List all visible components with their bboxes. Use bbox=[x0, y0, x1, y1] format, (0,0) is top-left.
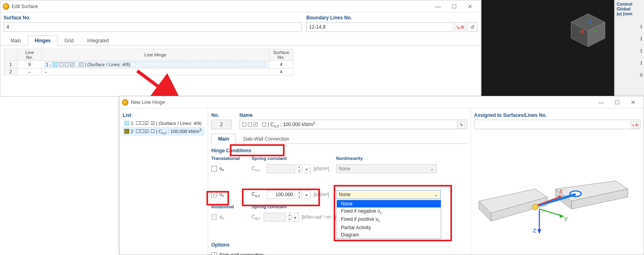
nonlinearity-dropdown[interactable]: None Fixed if negative vz Fixed if posit… bbox=[336, 200, 441, 239]
close-button[interactable]: ✕ bbox=[625, 97, 641, 108]
list-item[interactable]: 1 ☐☐☑ ☑ | (Surface / Lines: 4/9) bbox=[123, 120, 204, 127]
swatch-icon bbox=[53, 62, 58, 67]
tab-main[interactable]: Main bbox=[211, 134, 236, 144]
pick-icon: ↘✲ bbox=[456, 24, 464, 30]
checkbox-icon[interactable] bbox=[211, 166, 217, 172]
cuz-spring-input[interactable]: Cu,z 100.000 ▲▼ ▸ [kN/m²] bbox=[252, 190, 336, 199]
dropdown-option[interactable]: Fixed if negative vz bbox=[337, 207, 441, 216]
maximize-button[interactable]: ☐ bbox=[609, 97, 625, 108]
nonlinearity-uz-combo[interactable]: None⌄ None Fixed if negative vz Fixed if… bbox=[336, 190, 441, 199]
new-line-hinge-window: New Line Hinge — ☐ ✕ List 1 ☐☐☑ ☑ | (Sur… bbox=[119, 96, 644, 255]
svg-text:+X: +X bbox=[578, 29, 584, 35]
checkbox-icon[interactable]: ✓ bbox=[211, 192, 217, 197]
col-surface-no: SurfaceNo. bbox=[269, 49, 293, 61]
phix-checkbox-row[interactable]: φx bbox=[211, 212, 252, 222]
name-label: Name bbox=[239, 112, 467, 118]
maximize-button[interactable]: ☐ bbox=[446, 1, 462, 12]
swatch-icon bbox=[124, 129, 129, 134]
svg-text:Y: Y bbox=[594, 29, 597, 35]
slab-wall-checkbox[interactable]: ✓ Slab-wall connection bbox=[211, 250, 467, 255]
svg-marker-22 bbox=[537, 229, 541, 233]
nonlinearity-ux-combo: None⌄ bbox=[336, 164, 437, 173]
table-row[interactable]: 1 9 1 - ✓ ✓ | (Surface / Lines: 4/9) 4 bbox=[4, 61, 293, 68]
tab-hinges[interactable]: Hinges bbox=[28, 35, 58, 46]
dropdown-option[interactable]: Diagram bbox=[337, 231, 441, 238]
control-title: Control bbox=[617, 2, 642, 6]
assigned-label: Assigned to Surfaces/Lines No. bbox=[474, 112, 640, 118]
tab-integrated[interactable]: Integrated bbox=[80, 35, 116, 46]
app-icon bbox=[122, 99, 128, 106]
dropdown-option[interactable]: Partial Activity bbox=[337, 224, 441, 231]
window-title: Edit Surface bbox=[12, 4, 430, 9]
dropdown-option[interactable]: Fixed if positive vz bbox=[337, 216, 441, 224]
close-button[interactable]: ✕ bbox=[462, 1, 478, 12]
table-row[interactable]: 2 -- -- 4 bbox=[4, 68, 293, 75]
app-icon bbox=[3, 3, 9, 10]
tab-main[interactable]: Main bbox=[4, 35, 28, 46]
cphix-spring-input: Cφ,x ▲▼ ▸ [kNm·rad⁻¹·m⁻¹] bbox=[252, 212, 336, 222]
translational-label: Translational bbox=[211, 156, 252, 161]
spring-constant-rot-label: Spring constant bbox=[252, 204, 336, 209]
svg-point-24 bbox=[533, 204, 538, 210]
col-line-hinge: Line Hinge bbox=[42, 49, 269, 61]
list-label: List bbox=[123, 112, 204, 118]
svg-text:z: z bbox=[533, 227, 536, 234]
pick-assignment-button[interactable]: ↘✲ bbox=[631, 121, 639, 129]
nonlinearity-label: Nonlinearity bbox=[336, 156, 449, 161]
viewport-3d[interactable]: +X Y +Z bbox=[481, 0, 614, 97]
swatch-icon bbox=[124, 121, 129, 126]
assigned-panel: Assigned to Surfaces/Lines No. ↘✲ x bbox=[471, 108, 644, 255]
no-label: No. bbox=[211, 112, 231, 118]
tab-grid[interactable]: Grid bbox=[58, 35, 80, 46]
revert-button[interactable]: ↺ bbox=[467, 22, 477, 32]
revert-icon: ↺ bbox=[470, 24, 475, 30]
spring-constant-label: Spring constant bbox=[252, 156, 336, 161]
svg-text:+Z: +Z bbox=[586, 19, 592, 24]
minimize-button[interactable]: — bbox=[593, 97, 609, 108]
surface-no-input[interactable]: 4 bbox=[4, 22, 301, 32]
main-panel: No. 2 Name ✓ | Cu,z : 100.000 kN/m2 ✎ Ma… bbox=[208, 108, 471, 255]
no-input[interactable]: 2 bbox=[211, 120, 231, 129]
tab-slab-wall[interactable]: Slab-Wall Connection bbox=[236, 134, 296, 144]
tab-bar: Main Hinges Grid Integrated bbox=[0, 35, 481, 46]
control-panel: Control Global |u| [mm 1 1 1 1 0 bbox=[615, 0, 644, 97]
hinges-grid[interactable]: LineNo. Line Hinge SurfaceNo. 1 9 1 - ✓ … bbox=[4, 49, 293, 75]
list-panel: List 1 ☐☐☑ ☑ | (Surface / Lines: 4/9) 2 … bbox=[120, 108, 208, 255]
assigned-input[interactable]: ↘✲ bbox=[474, 120, 640, 129]
pick-lines-button[interactable]: ↘✲ bbox=[455, 22, 465, 32]
options-title: Options bbox=[211, 242, 467, 248]
dropdown-option[interactable]: None bbox=[337, 200, 441, 207]
svg-text:x: x bbox=[559, 187, 563, 194]
expand-button[interactable]: ▸ bbox=[304, 190, 310, 199]
minimize-button[interactable]: — bbox=[430, 1, 446, 12]
titlebar: Edit Surface — ☐ ✕ bbox=[0, 0, 481, 12]
list-item[interactable]: 2 ☐☐☑ ☐ | Cu,z : 100.000 kN/m2 bbox=[123, 127, 204, 136]
spinner-buttons[interactable]: ▲▼ bbox=[297, 190, 302, 199]
uz-checkbox-row[interactable]: ✓ uz bbox=[211, 190, 252, 199]
surface-no-label: Surface No. bbox=[4, 15, 301, 21]
svg-text:y: y bbox=[564, 215, 568, 222]
checkbox-icon bbox=[211, 214, 217, 220]
col-line-no: LineNo. bbox=[18, 49, 42, 61]
titlebar: New Line Hinge — ☐ ✕ bbox=[120, 96, 644, 108]
tab-bar: Main Slab-Wall Connection bbox=[211, 133, 467, 144]
boundary-lines-input[interactable]: 12-14,9 bbox=[306, 22, 453, 32]
edit-surface-window: Edit Surface — ☐ ✕ Surface No. 4 Boundar… bbox=[0, 0, 481, 97]
line-hinge-cell[interactable]: 1 - ✓ ✓ | (Surface / Lines: 4/9) bbox=[42, 61, 269, 68]
orientation-cube-icon[interactable]: +X Y +Z bbox=[568, 12, 608, 48]
edit-name-button[interactable]: ✎ bbox=[457, 121, 465, 129]
window-title: New Line Hinge bbox=[131, 100, 593, 105]
cux-spring-input: Cu,x ▲▼ ▸ [kN/m²] bbox=[252, 164, 336, 174]
hinge-diagram-icon: x y z bbox=[475, 149, 636, 253]
boundary-lines-label: Boundary Lines No. bbox=[306, 15, 477, 21]
hinge-conditions-title: Hinge Conditions bbox=[211, 148, 467, 153]
ux-checkbox-row[interactable]: ux bbox=[211, 164, 252, 174]
checkbox-icon[interactable]: ✓ bbox=[211, 252, 217, 255]
name-input[interactable]: ✓ | Cu,z : 100.000 kN/m2 ✎ bbox=[239, 120, 467, 129]
rotational-label: Rotational bbox=[211, 204, 252, 209]
